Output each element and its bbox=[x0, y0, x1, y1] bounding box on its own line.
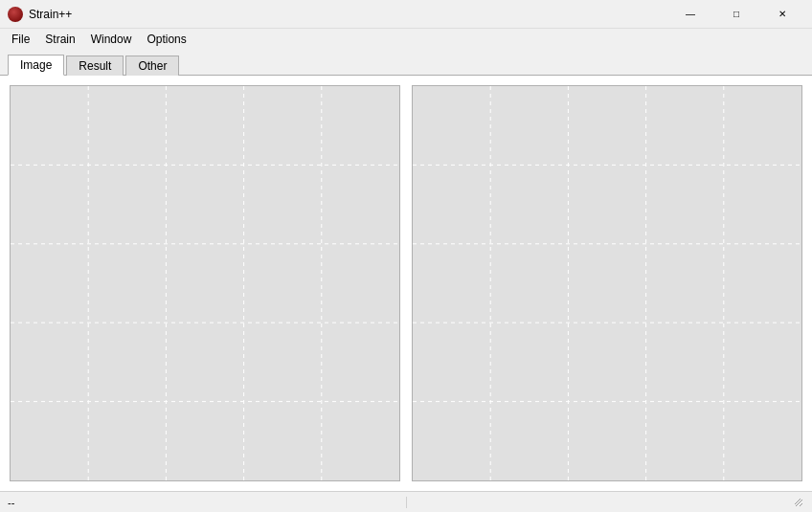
menu-window[interactable]: Window bbox=[83, 31, 140, 48]
status-left: -- bbox=[0, 497, 407, 508]
app-icon bbox=[8, 7, 23, 22]
status-right bbox=[407, 497, 813, 508]
app-title: Strain++ bbox=[29, 8, 72, 21]
title-bar-controls: — □ ✕ bbox=[668, 0, 804, 29]
tab-result[interactable]: Result bbox=[66, 56, 124, 76]
menu-strain[interactable]: Strain bbox=[37, 31, 82, 48]
menu-options[interactable]: Options bbox=[139, 31, 193, 48]
minimize-button[interactable]: — bbox=[668, 0, 712, 29]
resize-handle[interactable] bbox=[793, 497, 804, 508]
left-panel bbox=[10, 85, 400, 481]
close-button[interactable]: ✕ bbox=[760, 0, 804, 29]
status-bar: -- bbox=[0, 491, 812, 512]
title-bar-left: Strain++ bbox=[8, 7, 72, 22]
tab-other[interactable]: Other bbox=[125, 56, 179, 76]
menu-file[interactable]: File bbox=[4, 31, 37, 48]
maximize-button[interactable]: □ bbox=[714, 0, 758, 29]
main-content bbox=[0, 76, 812, 491]
menu-bar: File Strain Window Options bbox=[0, 29, 812, 50]
tab-image[interactable]: Image bbox=[8, 55, 64, 76]
right-grid bbox=[413, 86, 801, 480]
title-bar: Strain++ — □ ✕ bbox=[0, 0, 812, 29]
right-panel bbox=[412, 85, 802, 481]
canvas-area bbox=[0, 76, 812, 491]
left-grid bbox=[11, 86, 399, 480]
tab-bar: Image Result Other bbox=[0, 50, 812, 76]
panel-divider bbox=[400, 85, 412, 481]
